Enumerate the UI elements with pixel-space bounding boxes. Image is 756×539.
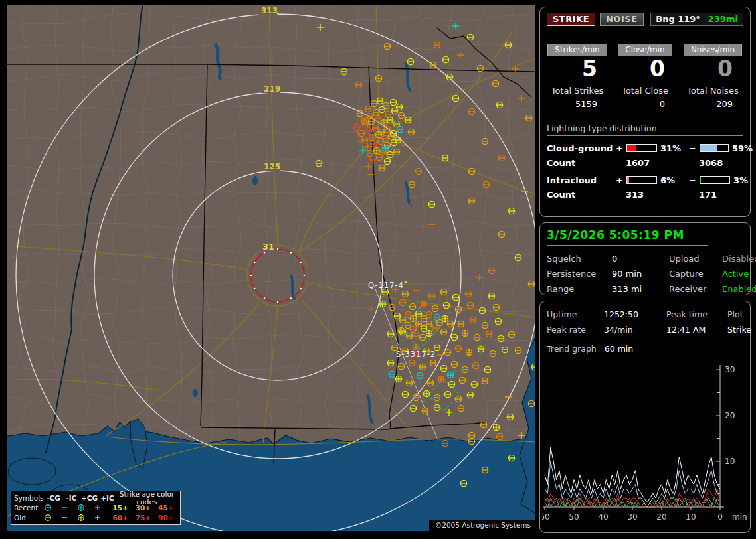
svg-text:0: 0	[717, 512, 723, 522]
uptime-label: Uptime	[547, 309, 604, 319]
count-label: Count	[547, 158, 616, 168]
date-time-display: 3/5/2026 5:05:19 PM	[547, 228, 743, 242]
legend-cg-neg-header: -CG	[45, 494, 62, 502]
upload-status: Disabled	[722, 254, 756, 264]
legend-header-row: Symbols -CG -IC +CG +IC Strike age color…	[14, 493, 177, 502]
trend-graph: 1020306050403020100min	[542, 360, 749, 531]
age-code-30: 30+	[132, 504, 154, 512]
noises-counter-column: Noises/min 0 Total Noises 209	[682, 42, 743, 109]
copyright-notice: ©2005 Astrogenic Systems	[429, 520, 535, 531]
strikes-per-min-button[interactable]: Strikes/min	[547, 44, 607, 56]
age-code-15: 15+	[109, 504, 132, 512]
capture-label: Capture	[669, 269, 722, 279]
legend-old-label: Old	[14, 514, 43, 522]
total-close-value: 0	[614, 99, 676, 109]
strike-counters-panel: STRIKE NOISE Bng 119°239mi Strikes/min 5…	[539, 7, 751, 217]
intracloud-count-row: Count 313 171	[547, 190, 743, 200]
count-label: Count	[547, 190, 616, 200]
squelch-label: Squelch	[547, 254, 612, 264]
intracloud-label: Intracloud	[547, 175, 616, 185]
storm-cell-marker: ^	[403, 280, 409, 289]
minus-sign: −	[689, 175, 696, 185]
legend-symbols-header: Symbols	[14, 494, 45, 502]
strike-symbol-cg-positive	[395, 376, 401, 382]
legend-recent-row: Recent 15+ 30+ 45+	[14, 502, 177, 512]
strike-symbol-cg-positive	[447, 372, 453, 378]
total-strikes-label: Total Strikes	[547, 86, 608, 96]
noises-per-min-button[interactable]: Noises/min	[684, 44, 742, 56]
lightning-map[interactable]: 313 219 125 31 Q-117-4 ^ S-3317-2 Symbol…	[7, 5, 535, 531]
strikes-per-min-value: 5	[547, 58, 608, 81]
circle-minus-icon	[43, 504, 59, 512]
legend-cg-pos-header: +CG	[80, 494, 98, 502]
plus-icon	[92, 514, 109, 522]
lake	[193, 389, 198, 397]
svg-text:40: 40	[598, 512, 608, 522]
close-per-min-value: 0	[614, 58, 676, 81]
legend-recent-label: Recent	[14, 504, 43, 512]
strike-symbol-cg-positive	[415, 321, 421, 327]
circle-plus-icon	[76, 504, 92, 512]
divider	[547, 245, 708, 246]
cg-negative-pct: 59%	[732, 143, 753, 153]
strike-symbol-cg-positive	[410, 315, 416, 321]
strike-symbol-cg-positive	[369, 134, 375, 140]
peak-time-value: 12:41 AM	[666, 325, 727, 335]
strike-symbol-cg-positive	[423, 390, 429, 396]
svg-text:20: 20	[725, 411, 735, 420]
cg-positive-pct: 31%	[660, 143, 681, 153]
strike-symbol-cg-positive	[462, 330, 468, 336]
storm-cell-label: S-3317-2	[396, 350, 436, 359]
intracloud-row: Intracloud +6% −3%	[547, 175, 743, 185]
plot-mode-value: Strike	[727, 325, 751, 335]
strike-symbol-cg-positive	[466, 349, 472, 355]
legend-ic-pos-header: +IC	[98, 494, 116, 502]
minus-icon	[59, 514, 76, 522]
trend-panel: Uptime 1252:50 Peak time Plot Peak rate …	[539, 301, 751, 533]
cg-negative-count: 3068	[689, 158, 753, 168]
close-per-min-button[interactable]: Close/min	[618, 44, 672, 56]
capture-status: Active	[722, 269, 756, 279]
cg-positive-bar	[626, 144, 657, 152]
strike-symbol-cg-positive	[426, 330, 432, 336]
cg-negative-bar	[700, 144, 729, 152]
receiver-label: Receiver	[669, 284, 722, 294]
ring-label-125: 125	[264, 162, 280, 171]
upload-label: Upload	[669, 254, 722, 264]
bearing-readout: Bng 119°239mi	[650, 13, 743, 26]
age-code-75: 75+	[132, 514, 154, 522]
plus-sign: +	[616, 175, 623, 185]
ring-label-31: 31	[262, 242, 274, 252]
strikes-counter-column: Strikes/min 5 Total Strikes 5159	[547, 42, 608, 109]
persistence-label: Persistence	[547, 269, 612, 279]
ring-label-219: 219	[264, 84, 280, 94]
legend-ic-neg-header: -IC	[62, 494, 80, 502]
svg-text:10: 10	[686, 512, 696, 522]
legend-old-row: Old 60+ 75+ 90+	[14, 512, 177, 522]
ic-positive-count: 313	[616, 190, 689, 200]
noise-indicator-button[interactable]: NOISE	[600, 13, 644, 26]
ring-label-313: 313	[261, 6, 278, 15]
strike-symbol-cg-positive	[438, 376, 444, 382]
strike-symbol-cg-positive	[493, 424, 499, 430]
strike-indicator-button[interactable]: STRIKE	[547, 13, 595, 26]
distance-value: 239mi	[708, 14, 738, 24]
ic-positive-pct: 6%	[660, 175, 675, 185]
cg-positive-count: 1607	[616, 158, 689, 168]
svg-text:60: 60	[542, 512, 550, 522]
strike-symbol-cg-positive	[442, 315, 448, 321]
map-canvas: 313 219 125 31 Q-117-4 ^ S-3317-2	[7, 5, 535, 531]
trend-series-Total strikes	[545, 447, 720, 502]
noises-per-min-value: 0	[682, 58, 743, 81]
ic-negative-count: 171	[689, 190, 753, 200]
bearing-value: Bng 119°	[656, 14, 700, 24]
symbol-legend: Symbols -CG -IC +CG +IC Strike age color…	[11, 491, 181, 525]
circle-minus-icon	[43, 514, 59, 522]
svg-text:10: 10	[725, 457, 735, 466]
nexstorm-window: 313 219 125 31 Q-117-4 ^ S-3317-2 Symbol…	[0, 0, 756, 539]
lake	[252, 176, 258, 185]
range-label: Range	[547, 284, 612, 294]
total-noises-value: 209	[682, 99, 743, 109]
minus-icon	[59, 504, 76, 512]
strike-symbol-cg-positive	[373, 147, 379, 153]
